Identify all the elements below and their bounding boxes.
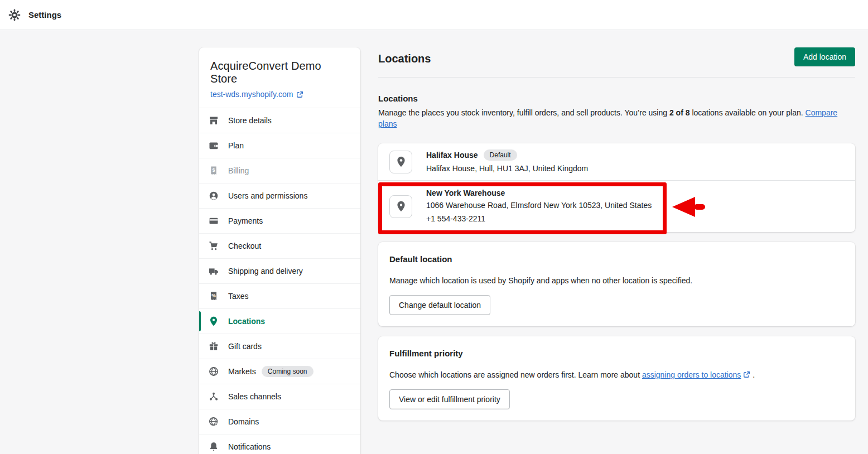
section-description: Manage the places you stock inventory, f… — [378, 107, 855, 129]
sidebar-item-shipping-and-delivery[interactable]: Shipping and delivery — [199, 258, 360, 283]
bell-icon — [208, 441, 219, 452]
sidebar-item-label: Store details — [228, 116, 272, 125]
location-name: New York Warehouse — [426, 189, 505, 197]
sidebar-item-domains[interactable]: Domains — [199, 409, 360, 434]
section-heading: Locations — [378, 94, 855, 103]
sidebar-item-label: Locations — [228, 317, 265, 326]
sidebar-item-billing[interactable]: $ Billing — [199, 158, 360, 183]
store-header: AcquireConvert Demo Store test-wds.mysho… — [199, 47, 360, 108]
shipping-truck-icon — [208, 265, 219, 277]
description-text: . — [750, 370, 755, 379]
topbar: Settings — [0, 0, 868, 30]
settings-nav: Store details Plan $ Billing Users and p… — [199, 108, 360, 454]
store-name: AcquireConvert Demo Store — [210, 60, 349, 85]
locations-section-intro: Locations Manage the places you stock in… — [378, 94, 855, 129]
external-link-icon — [743, 371, 750, 378]
coming-soon-badge: Coming soon — [262, 366, 314, 377]
change-default-location-button[interactable]: Change default location — [389, 295, 490, 315]
sidebar-item-label: Plan — [228, 141, 244, 150]
location-row-halifax-house[interactable]: Halifax House Default Halifax House, Hul… — [378, 143, 855, 180]
location-icon-box — [389, 195, 412, 218]
sidebar-item-label: Users and permissions — [228, 191, 307, 200]
location-address: Halifax House, Hull, HU1 3AJ, United Kin… — [426, 163, 588, 174]
sidebar-item-store-details[interactable]: Store details — [199, 108, 360, 133]
sidebar-item-sales-channels[interactable]: Sales channels — [199, 384, 360, 409]
description-text: Manage the places you stock inventory, f… — [378, 108, 669, 117]
location-phone: +1 554-433-2211 — [426, 213, 652, 224]
fulfillment-priority-description: Choose which locations are assigned new … — [389, 369, 844, 380]
plan-icon — [208, 140, 219, 151]
settings-gear-icon — [8, 8, 21, 22]
users-icon — [208, 190, 219, 201]
settings-sidebar: AcquireConvert Demo Store test-wds.mysho… — [199, 47, 360, 454]
sidebar-item-gift-cards[interactable]: Gift cards — [199, 334, 360, 359]
globe-icon — [208, 366, 219, 377]
sidebar-item-label: Taxes — [228, 292, 249, 301]
sidebar-item-label: Checkout — [228, 242, 261, 250]
sidebar-item-label: Notifications — [228, 442, 271, 451]
usage-count: 2 of 8 — [669, 108, 690, 117]
sales-channels-icon — [208, 391, 219, 402]
locations-list-card: Halifax House Default Halifax House, Hul… — [378, 143, 855, 232]
location-name: Halifax House — [426, 151, 478, 160]
description-text: Choose which locations are assigned new … — [389, 370, 642, 379]
assigning-orders-link[interactable]: assigning orders to locations — [642, 370, 741, 379]
fulfillment-priority-card: Fulfillment priority Choose which locati… — [378, 336, 855, 421]
billing-icon: $ — [208, 165, 219, 176]
page-title: Locations — [378, 47, 431, 65]
location-pin-icon — [395, 200, 407, 212]
sidebar-item-markets[interactable]: Markets Coming soon — [199, 359, 360, 384]
sidebar-item-taxes[interactable]: % Taxes — [199, 283, 360, 308]
description-text: locations available on your plan. — [690, 108, 806, 117]
sidebar-item-checkout[interactable]: Checkout — [199, 233, 360, 258]
add-location-button[interactable]: Add location — [794, 47, 855, 66]
fulfillment-priority-heading: Fulfillment priority — [389, 349, 844, 358]
domains-globe-icon — [208, 416, 219, 427]
payments-icon — [208, 215, 219, 226]
svg-text:%: % — [211, 293, 216, 298]
sidebar-item-locations[interactable]: Locations — [199, 308, 360, 334]
sidebar-item-label: Billing — [228, 166, 249, 175]
sidebar-item-label: Sales channels — [228, 392, 281, 401]
gift-icon — [208, 341, 219, 352]
sidebar-item-payments[interactable]: Payments — [199, 208, 360, 233]
sidebar-item-label: Markets — [228, 367, 256, 376]
location-pin-icon — [395, 156, 407, 168]
store-url-text: test-wds.myshopify.com — [210, 90, 293, 99]
sidebar-item-label: Payments — [228, 216, 263, 225]
sidebar-item-plan[interactable]: Plan — [199, 133, 360, 158]
location-icon-box — [389, 151, 412, 173]
sidebar-item-label: Domains — [228, 417, 259, 426]
storefront-icon — [208, 115, 219, 126]
external-link-icon — [296, 91, 303, 98]
topbar-title: Settings — [28, 10, 61, 20]
default-location-heading: Default location — [389, 254, 844, 264]
locations-settings-page: Locations Add location Locations Manage … — [378, 47, 855, 421]
location-address: 1066 Warehouse Road, Elmsford New York 1… — [426, 200, 652, 211]
svg-text:$: $ — [212, 167, 215, 173]
page-header: Locations Add location — [378, 47, 855, 78]
view-edit-fulfillment-priority-button[interactable]: View or edit fulfillment priority — [389, 389, 510, 409]
store-url-link[interactable]: test-wds.myshopify.com — [210, 90, 303, 99]
checkout-cart-icon — [208, 240, 219, 252]
taxes-icon: % — [208, 291, 219, 302]
location-row-new-york-warehouse[interactable]: New York Warehouse 1066 Warehouse Road, … — [378, 180, 855, 232]
sidebar-item-users-and-permissions[interactable]: Users and permissions — [199, 183, 360, 208]
sidebar-item-label: Gift cards — [228, 342, 262, 351]
default-location-card: Default location Manage which location i… — [378, 242, 855, 326]
location-pin-icon — [208, 316, 219, 327]
default-location-description: Manage which location is used by Shopify… — [389, 275, 844, 286]
default-badge: Default — [484, 149, 517, 161]
sidebar-item-notifications[interactable]: Notifications — [199, 434, 360, 454]
sidebar-item-label: Shipping and delivery — [228, 267, 303, 276]
